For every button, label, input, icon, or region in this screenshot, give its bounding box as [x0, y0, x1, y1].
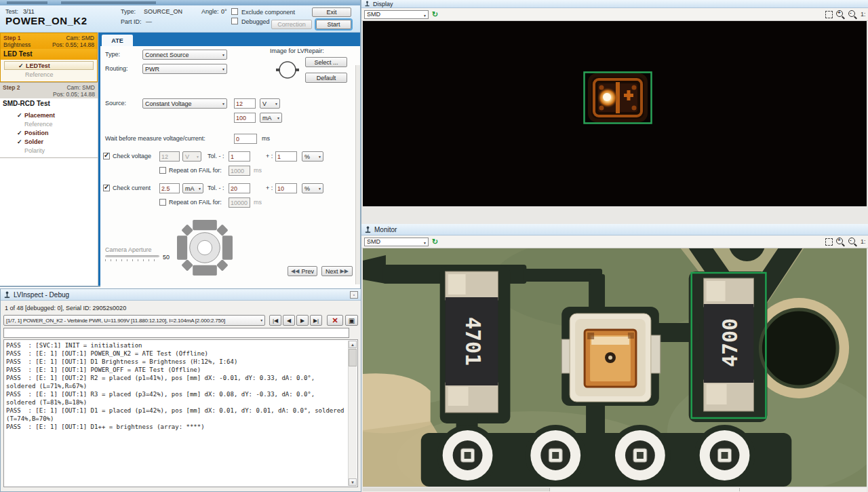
fit-view-icon[interactable] — [825, 238, 833, 246]
log-scrollbar[interactable]: ▲ ▼ — [348, 341, 357, 486]
source-voltage-input[interactable] — [234, 98, 256, 109]
check-voltage-checkbox[interactable] — [103, 153, 110, 159]
voltage-tol-minus-input[interactable] — [229, 151, 250, 162]
source-select[interactable]: Constant Voltage — [142, 98, 227, 109]
live-refresh-icon[interactable]: ↻ — [432, 11, 438, 18]
camera-aperture-slider[interactable] — [105, 255, 159, 261]
debug-log[interactable]: PASS : [SVC:1] INIT = initialisation PAS… — [3, 339, 358, 487]
led-component — [561, 314, 660, 402]
voltage-tol-plus-input[interactable] — [275, 151, 297, 162]
next-arrow-icon: ▶▶ — [340, 268, 349, 274]
camera-aperture-graphic — [177, 220, 233, 276]
last-result-button[interactable]: ▶| — [310, 315, 322, 326]
part-id-value: — — [146, 18, 152, 25]
step-card-1[interactable]: Step 1 Cam: SMD Brightness Pos: 0.55; 14… — [0, 33, 98, 82]
routing-select[interactable]: PWR — [142, 64, 227, 74]
routing-label: Routing: — [105, 65, 128, 72]
type-value: SOURCE_ON — [144, 8, 182, 15]
zoom-ratio-label: 1: — [861, 11, 865, 18]
step-item-reference[interactable]: Reference — [4, 70, 94, 79]
correction-button[interactable]: Correction — [271, 20, 312, 29]
angle-value: 0° — [221, 8, 227, 15]
first-result-button[interactable]: |◀ — [269, 315, 281, 326]
steps-panel: Step 1 Cam: SMD Brightness Pos: 0.55; 14… — [0, 33, 98, 286]
step-item-solder[interactable]: Solder — [3, 137, 94, 146]
monitor-camera-select[interactable]: SMD — [364, 238, 429, 246]
wait-unit-label: ms — [262, 135, 270, 142]
display-camera-select[interactable]: SMD — [364, 10, 429, 19]
scroll-down-icon[interactable]: ▼ — [349, 478, 357, 486]
step-card-2[interactable]: Step 2 Cam: SMD Pos: 0.05; 14.88 SMD-RCD… — [0, 82, 98, 158]
monitor-h-scrollbar[interactable] — [363, 487, 867, 492]
wait-input[interactable] — [234, 134, 257, 144]
debug-titlebar[interactable]: LVInspect - Debug ▫ — [1, 289, 361, 301]
debugged-checkbox[interactable] — [231, 18, 238, 24]
select-image-button[interactable]: Select ... — [305, 57, 347, 67]
result-selector[interactable]: [1/7, 1] POWER_ON_K2 - Verbinde PWR, U=1… — [3, 315, 265, 326]
check-voltage-label: Check voltage — [113, 153, 151, 159]
check-current-checkbox[interactable] — [103, 185, 110, 191]
current-tol-minus-input[interactable] — [229, 183, 250, 193]
wait-label: Wait before measure voltage/current: — [105, 135, 205, 142]
debug-command-field[interactable] — [3, 328, 349, 338]
test-editor-window: Test: 3/11 POWER_ON_K2 Type: SOURCE_ON P… — [0, 0, 361, 288]
check-icon — [18, 62, 26, 69]
step-item-reference[interactable]: Reference — [3, 119, 94, 128]
check-current-value-input[interactable] — [159, 183, 180, 193]
current-repeat-checkbox[interactable] — [159, 199, 166, 206]
zoom-ratio-label: 1: — [861, 238, 865, 245]
dock-icon[interactable]: ▫ — [350, 291, 358, 299]
zoom-out-icon[interactable]: - — [848, 238, 857, 246]
connect-type-select[interactable]: Connect Source — [142, 50, 227, 60]
prev-result-button[interactable]: ◀ — [283, 315, 295, 326]
debug-log-text: PASS : [SVC:1] INIT = initialisation PAS… — [6, 341, 346, 485]
next-button[interactable]: Next ▶▶ — [321, 266, 353, 276]
next-result-button[interactable]: ▶ — [296, 315, 309, 326]
left-resistor: 4701 — [446, 271, 498, 413]
display-window-title: Display — [373, 1, 393, 7]
default-image-button[interactable]: Default — [305, 73, 347, 83]
tab-ate[interactable]: ATE — [102, 35, 133, 46]
zoom-out-icon[interactable]: - — [848, 10, 857, 19]
voltage-repeat-input[interactable] — [229, 166, 250, 176]
check-current-unit-select[interactable]: mA — [182, 183, 203, 193]
step-item-polarity[interactable]: Polarity — [3, 146, 94, 155]
step-item-position[interactable]: Position — [3, 128, 94, 137]
zoom-in-icon[interactable]: + — [836, 10, 845, 19]
current-tol-unit-select[interactable]: % — [302, 183, 323, 193]
prev-button[interactable]: ◀◀ Prev — [288, 266, 317, 276]
source-current-limit-input[interactable] — [234, 113, 256, 123]
display-titlebar[interactable]: Display — [361, 0, 868, 8]
start-button[interactable]: Start — [316, 20, 351, 29]
zoom-in-icon[interactable]: + — [836, 238, 845, 246]
live-refresh-icon[interactable]: ↻ — [432, 238, 438, 246]
step-item-ledtest[interactable]: LEDTest — [4, 61, 94, 70]
detail-view-button[interactable]: ▣ — [345, 315, 358, 326]
source-current-unit-select[interactable]: mA — [260, 113, 282, 123]
source-voltage-unit-select[interactable]: V — [260, 98, 280, 109]
check-voltage-unit-select[interactable]: V — [182, 151, 201, 162]
editor-titlebar[interactable] — [0, 0, 360, 5]
voltage-tol-unit-select[interactable]: % — [302, 151, 323, 162]
step-group-title: LED Test — [1, 49, 97, 60]
monitor-toolbar: SMD ↻ + - 1: — [361, 235, 868, 248]
tab-bar: ATE — [100, 33, 360, 46]
current-repeat-input[interactable] — [229, 197, 250, 208]
camera-aperture-label: Camera Aperture — [105, 246, 152, 253]
scroll-thumb[interactable] — [349, 349, 357, 366]
exit-button[interactable]: Exit — [312, 7, 351, 17]
display-image-canvas[interactable] — [363, 21, 867, 206]
fit-view-icon[interactable] — [825, 11, 833, 18]
monitor-image-canvas[interactable]: 4701 4700 — [363, 248, 867, 487]
exclude-component-label: Exclude component — [241, 9, 295, 16]
check-voltage-value-input[interactable] — [159, 151, 180, 162]
voltage-repeat-checkbox[interactable] — [159, 167, 166, 174]
exclude-component-checkbox[interactable] — [231, 8, 238, 15]
scroll-thumb[interactable] — [363, 488, 550, 491]
stop-debug-button[interactable]: ✕ — [327, 315, 343, 326]
editor-scrollbar[interactable] — [355, 65, 360, 284]
current-tol-plus-input[interactable] — [275, 183, 297, 193]
step-item-placement[interactable]: Placement — [3, 111, 94, 119]
scroll-up-icon[interactable]: ▲ — [349, 341, 357, 348]
monitor-titlebar[interactable]: Monitor — [361, 224, 868, 235]
